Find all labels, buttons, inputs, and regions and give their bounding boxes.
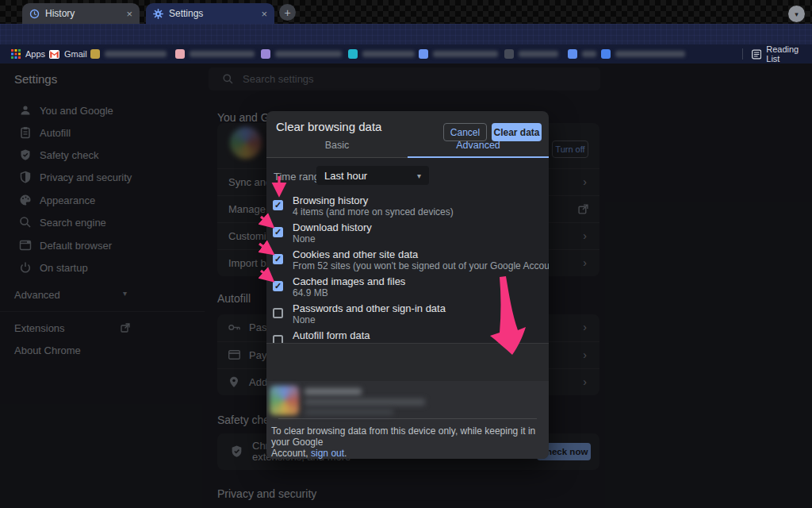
bookmark-item[interactable] [90,44,167,64]
dialog-footnote: To clear browsing data from this device … [271,425,541,459]
tab-settings-label: Settings [169,8,203,19]
bookmarks-bar: Apps Gmail Reading List [0,44,812,64]
dialog-body: Time range Last hour ▾ Browsing history … [266,158,549,343]
bookmark-item[interactable] [261,44,342,64]
bookmark-item[interactable] [504,44,558,64]
reading-list-button[interactable]: Reading List [752,44,812,64]
blurred-account-meta [304,409,393,415]
toolbar: ← → ⟳ Chrome | chrome://settings/clearBr… [0,24,812,44]
time-range-value: Last hour [324,170,367,182]
row-download-history[interactable]: Download history None [266,220,549,247]
bookmark-item[interactable] [419,44,498,64]
checkbox-label: Browsing history [293,194,368,206]
sign-out-link[interactable]: sign out [311,448,344,459]
account-avatar [270,386,299,415]
row-cookies[interactable]: Cookies and other site data From 52 site… [266,247,549,274]
dialog-button-bar [266,343,549,382]
time-range-select[interactable]: Last hour ▾ [316,166,429,185]
account-divider [278,418,537,419]
checkbox-detail: None [293,314,316,325]
gmail-icon [49,50,59,59]
cancel-button[interactable]: Cancel [443,123,487,141]
tab-history[interactable]: History × [22,3,140,24]
checkbox-label: Autofill form data [293,329,370,341]
tab-settings[interactable]: Settings × [146,3,274,24]
clear-data-button[interactable]: Clear data [492,123,542,141]
settings-gear-icon [153,9,163,19]
reading-list-label: Reading List [766,44,812,64]
bookmark-item[interactable] [175,44,255,64]
checkbox-detail: From 52 sites (you won't be signed out o… [293,260,549,271]
history-clock-icon [29,9,40,19]
row-browsing-history[interactable]: Browsing history 4 items (and more on sy… [266,193,549,220]
tab-strip: History × Settings × + ▾ [0,0,812,24]
apps-grid-icon [11,49,21,59]
bookmark-item[interactable] [601,44,685,64]
reading-list-icon [752,49,761,60]
blurred-account-name [304,388,362,395]
bookmark-apps[interactable]: Apps [11,44,45,64]
row-passwords-signin[interactable]: Passwords and other sign-in data None [266,301,549,328]
dialog-checkbox-2[interactable] [273,254,283,264]
row-cached-images[interactable]: Cached images and files 64.9 MB [266,274,549,301]
dialog-tabs: Basic Advanced [266,140,549,158]
dialog-tab-advanced[interactable]: Advanced [408,140,549,157]
row-autofill-form-data[interactable]: Autofill form data [266,328,549,343]
tab-history-label: History [45,8,75,19]
checkbox-label: Cookies and other site data [293,248,418,260]
dialog-tab-basic[interactable]: Basic [266,140,408,157]
dialog-checkbox-4[interactable] [273,308,283,318]
clear-browsing-data-dialog: Clear browsing data Basic Advanced Time … [266,111,549,459]
dialog-checkbox-1[interactable] [273,227,283,237]
dialog-checkbox-5[interactable] [273,335,283,343]
blurred-account-email [304,398,425,406]
dialog-checkbox-3[interactable] [273,281,283,291]
tab-settings-close-icon[interactable]: × [261,9,267,19]
bookmark-apps-label: Apps [25,49,45,59]
settings-page: Settings Search settings You and Google … [0,64,812,508]
bookmark-gmail-label: Gmail [64,49,87,59]
footnote-line1: To clear browsing data from this device … [271,425,535,448]
footnote-line2: Account, [271,448,311,459]
tab-history-close-icon[interactable]: × [126,9,132,19]
caret-down-icon: ▾ [417,171,421,180]
bookmark-item[interactable] [568,44,596,64]
checkbox-label: Passwords and other sign-in data [293,302,446,314]
new-tab-button[interactable]: + [279,4,296,21]
checkbox-label: Cached images and files [293,275,405,287]
footnote-period: . [344,448,347,459]
bookmark-item[interactable] [348,44,415,64]
dialog-account-section: To clear browsing data from this device … [266,381,549,459]
checkbox-detail: None [293,233,316,244]
bookmarks-divider [742,48,743,60]
tab-strip-caret-button[interactable]: ▾ [788,6,805,22]
checkbox-detail: 64.9 MB [293,287,328,298]
dialog-title: Clear browsing data [276,120,381,133]
checkbox-detail: 4 items (and more on synced devices) [293,206,454,217]
bookmark-gmail[interactable]: Gmail [49,44,87,64]
dialog-checkbox-0[interactable] [273,200,283,210]
checkbox-label: Download history [293,221,372,233]
